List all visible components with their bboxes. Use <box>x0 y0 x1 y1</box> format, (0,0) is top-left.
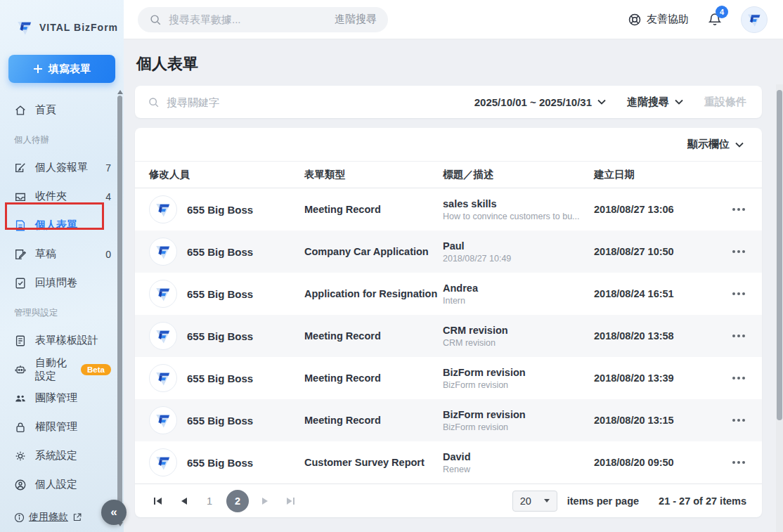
page-scrollbar-thumb[interactable] <box>777 90 782 420</box>
team-icon <box>14 392 27 405</box>
sidebar-collapse-button[interactable]: « <box>101 500 127 525</box>
robot-icon <box>14 363 27 376</box>
keyword-search[interactable] <box>148 96 474 108</box>
top-bar: 進階搜尋 友善協助 4 <box>124 0 783 39</box>
page-1-button[interactable]: 1 <box>200 491 219 511</box>
sidebar-item-home[interactable]: 首頁 <box>0 96 124 124</box>
sidebar-badge-draft: 0 <box>105 249 111 260</box>
form-type: Company Car Application <box>304 246 443 257</box>
sidebar-item-team[interactable]: 團隊管理 <box>0 384 124 413</box>
sidebar-item-draft[interactable]: 草稿 0 <box>0 240 124 268</box>
page-size-select[interactable]: 20 <box>512 491 557 512</box>
table-row[interactable]: 655 Big Boss Meeting Record BizForm revi… <box>135 357 762 399</box>
sidebar-item-form-template[interactable]: 表單樣板設計 <box>0 326 124 355</box>
modifier-avatar <box>149 364 177 392</box>
form-type: Meeting Record <box>304 204 443 215</box>
person-circle-icon <box>14 479 27 491</box>
row-actions-button[interactable] <box>717 246 745 257</box>
next-page-button[interactable] <box>256 492 274 510</box>
form-title: BizForm revision <box>443 367 594 378</box>
beta-badge: Beta <box>81 364 111 375</box>
sidebar-scrollbar[interactable] <box>117 90 123 529</box>
form-title: BizForm revision <box>443 409 594 420</box>
notification-bell-button[interactable]: 4 <box>707 12 723 27</box>
created-date: 2018/08/27 13:06 <box>594 204 717 215</box>
scroll-up-arrow[interactable] <box>117 90 123 94</box>
filter-bar: 2025/10/01 ~ 2025/10/31 進階搜尋 重設條件 <box>135 86 762 118</box>
reset-conditions-button[interactable]: 重設條件 <box>704 96 746 109</box>
plus-icon <box>33 64 43 74</box>
sidebar-item-personal-forms[interactable]: 個人表單 <box>0 211 124 240</box>
draft-pencil-icon <box>14 248 27 261</box>
form-type: Meeting Record <box>304 415 443 426</box>
global-advanced-search-link[interactable]: 進階搜尋 <box>335 13 377 26</box>
fill-form-button[interactable]: 填寫表單 <box>8 55 115 83</box>
table-row[interactable]: 655 Big Boss Company Car Application Pau… <box>135 231 762 273</box>
table-row[interactable]: 655 Big Boss Meeting Record sales skills… <box>135 188 762 231</box>
pagination-bar: 1 2 20 items per page 21 - 27 of 27 item… <box>135 484 762 517</box>
terms-of-use-link[interactable]: 使用條款 <box>14 511 82 524</box>
table-row[interactable]: 655 Big Boss Application for Resignation… <box>135 273 762 315</box>
row-actions-button[interactable] <box>717 372 745 384</box>
global-search[interactable]: 進階搜尋 <box>138 7 388 32</box>
sidebar-item-profile-settings[interactable]: 個人設定 <box>0 470 124 499</box>
global-search-input[interactable] <box>169 13 328 25</box>
search-icon <box>148 96 160 108</box>
sidebar-item-automation[interactable]: 自動化設定 Beta <box>0 355 124 384</box>
table-row[interactable]: 655 Big Boss Meeting Record CRM revision… <box>135 315 762 357</box>
form-title: Andrea <box>443 283 594 294</box>
lock-icon <box>14 421 27 434</box>
help-button[interactable]: 友善協助 <box>628 13 689 27</box>
date-range-dropdown[interactable]: 2025/10/01 ~ 2025/10/31 <box>474 96 606 108</box>
external-link-icon <box>72 512 82 522</box>
sidebar-item-survey[interactable]: 回填問卷 <box>0 268 124 297</box>
sidebar-badge-sign: 7 <box>105 162 111 174</box>
form-title: Paul <box>443 240 594 252</box>
row-actions-button[interactable] <box>717 415 745 426</box>
sidebar-item-permission[interactable]: 權限管理 <box>0 413 124 441</box>
form-description: CRM revision <box>443 338 587 348</box>
modifier-avatar <box>149 195 177 223</box>
table-row[interactable]: 655 Big Boss Meeting Record BizForm revi… <box>135 399 762 441</box>
page-2-button-current[interactable]: 2 <box>226 490 249 512</box>
sidebar-item-personal-sign[interactable]: 個人簽報單 7 <box>0 153 124 182</box>
sidebar-item-system-settings[interactable]: 系統設定 <box>0 441 124 470</box>
row-actions-button[interactable] <box>717 330 745 342</box>
created-date: 2018/08/20 09:50 <box>594 457 717 468</box>
show-columns-dropdown[interactable]: 顯示欄位 <box>687 138 744 151</box>
row-actions-button[interactable] <box>717 288 745 299</box>
table-toolbar: 顯示欄位 <box>135 128 762 162</box>
notification-badge: 4 <box>716 6 728 18</box>
home-icon <box>14 104 27 117</box>
sidebar: VITAL BizForm 填寫表單 首頁 個人待辦 個人簽報單 7 收件夾 <box>0 0 124 532</box>
previous-page-button[interactable] <box>174 492 193 510</box>
form-description: How to convince customers to bu... <box>443 212 587 221</box>
modifier-avatar <box>149 280 177 308</box>
column-header-created: 建立日期 <box>594 168 717 181</box>
sidebar-badge-inbox: 4 <box>105 191 111 202</box>
document-icon <box>14 219 27 232</box>
sidebar-scrollbar-thumb[interactable] <box>117 96 122 521</box>
last-page-button[interactable] <box>281 492 299 510</box>
form-title: David <box>443 451 594 462</box>
modifier-name: 655 Big Boss <box>187 288 253 300</box>
advanced-search-dropdown[interactable]: 進階搜尋 <box>627 96 683 109</box>
sidebar-item-inbox[interactable]: 收件夾 4 <box>0 182 124 211</box>
inbox-icon <box>14 190 27 203</box>
column-header-modifier: 修改人員 <box>149 168 304 181</box>
form-type: Meeting Record <box>304 330 443 342</box>
row-actions-button[interactable] <box>717 204 745 215</box>
created-date: 2018/08/20 13:39 <box>594 372 717 384</box>
modifier-name: 655 Big Boss <box>187 372 253 384</box>
created-date: 2018/08/20 13:58 <box>594 330 717 342</box>
page-scrollbar[interactable] <box>776 84 783 532</box>
keyword-search-input[interactable] <box>167 96 392 108</box>
first-page-button[interactable] <box>149 492 167 510</box>
forms-table: 顯示欄位 修改人員 表單類型 標題／描述 建立日期 655 Big Boss M… <box>135 128 762 517</box>
user-avatar[interactable] <box>741 6 768 33</box>
form-description: BizForm revision <box>443 422 587 432</box>
bizform-logo-icon <box>15 18 34 37</box>
modifier-name: 655 Big Boss <box>187 457 253 469</box>
row-actions-button[interactable] <box>717 457 745 468</box>
table-row[interactable]: 655 Big Boss Customer Survey Report Davi… <box>135 441 762 484</box>
